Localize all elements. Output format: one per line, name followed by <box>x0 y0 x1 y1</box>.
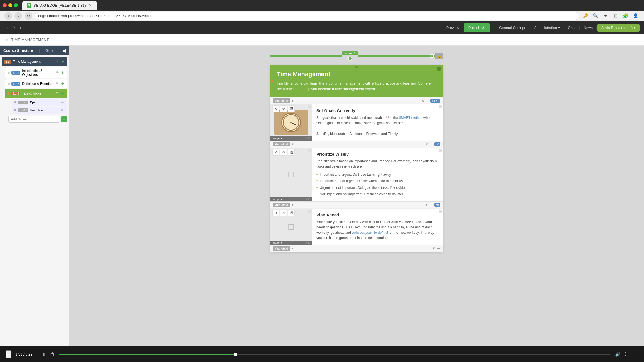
fullscreen-window-btn[interactable] <box>14 3 18 7</box>
tree-actions-intro: ✏ + <box>55 70 65 76</box>
block-img-plan: ✕ ↻ 🖼 □ Image ▾ ⚙ ⊡ <box>270 209 312 245</box>
img-refresh-plan[interactable]: ↻ <box>280 210 287 216</box>
edit-tips-sub-btn[interactable]: ✏ <box>60 100 65 105</box>
add-screen-input[interactable] <box>8 116 59 123</box>
prioritize-ctrl-settings[interactable]: ⚙ <box>426 203 429 207</box>
goals-ctrl-settings[interactable]: ⚙ <box>426 142 429 146</box>
img-refresh-btn[interactable]: ↻ <box>280 105 287 112</box>
smart-method-link[interactable]: SMART method <box>399 116 423 120</box>
play-button[interactable]: ▶ <box>6 350 11 358</box>
img-dropdown-plan[interactable]: ▾ <box>281 241 282 244</box>
img-bar-goals: Image ▾ ⚙ ⊡ <box>270 136 312 141</box>
preview-btn[interactable]: Preview <box>443 26 463 30</box>
goals-audiotext-dropdown[interactable]: ▾ <box>292 142 294 146</box>
prioritize-audiotext-dropdown[interactable]: ▾ <box>292 203 294 207</box>
plan-ctrl-settings[interactable]: ⚙ <box>433 247 436 250</box>
refresh-btn[interactable]: ↻ <box>25 12 32 20</box>
edit-intro-btn[interactable]: ✏ <box>55 70 60 76</box>
block-img-goals: ✕ ↻ 🖼 <box>270 104 312 141</box>
nav-forward-arrow[interactable]: › <box>18 24 23 32</box>
screenshot-icon[interactable]: ⊡ <box>612 12 619 20</box>
back-btn[interactable]: ‹ <box>4 12 12 20</box>
forward-btn[interactable]: › <box>14 12 22 20</box>
nav-home-btn[interactable]: ⌂ <box>11 24 17 32</box>
add-l1-btn[interactable]: + <box>61 59 65 64</box>
img-upload-btn[interactable]: 🖼 <box>288 105 295 112</box>
tree-item-tips-tricks[interactable]: 1.1.3 Tips & Tricks ✏ + <box>5 89 67 98</box>
trash-icon[interactable]: 🗑 <box>50 352 55 357</box>
img-settings-plan[interactable]: ⚙ <box>304 241 307 244</box>
img-refresh-prioritize[interactable]: ↻ <box>280 149 287 156</box>
add-screen-btn[interactable]: + <box>61 116 67 122</box>
add-def-btn[interactable]: + <box>60 81 65 86</box>
ctrl-dash[interactable]: — <box>426 99 429 103</box>
publish-btn[interactable]: Publish ⓘ <box>464 23 490 32</box>
fullscreen-icon[interactable]: ⛶ <box>625 352 630 357</box>
edit-tips-btn[interactable]: ✏ <box>55 91 60 96</box>
tree-item-more-tips[interactable]: 1.1.3.2 More Tips ✏ <box>12 107 67 114</box>
img-upload-plan[interactable]: 🖼 <box>288 210 295 216</box>
extensions-icon[interactable]: 🧩 <box>622 12 630 20</box>
general-settings-btn[interactable]: General Settings <box>496 26 529 30</box>
tree-actions-l1: ✏ + <box>55 59 65 64</box>
img-gear2-plan[interactable]: ⊡ <box>308 241 310 244</box>
news-btn[interactable]: News <box>580 26 596 30</box>
sidebar-collapse-btn[interactable]: ◀ <box>62 48 66 53</box>
img-delete-plan[interactable]: ✕ <box>272 210 279 216</box>
prioritize-ctrl-dash[interactable]: — <box>430 203 433 207</box>
img-delete-prioritize[interactable]: ✕ <box>272 149 279 156</box>
img-settings-goals[interactable]: ⚙ <box>304 137 307 140</box>
tree-item-tips-sub[interactable]: 1.1.3.1 Tips ✏ <box>12 99 67 106</box>
img-dropdown-prioritize[interactable]: ▾ <box>281 198 282 201</box>
prioritize-audiotext-controls: ⚙ — 56 <box>426 203 440 207</box>
administration-btn[interactable]: Administration ▾ <box>531 26 563 30</box>
tree-dot-tips <box>8 92 10 95</box>
tree-label-tips: Tips & Tricks <box>22 91 41 95</box>
plan-audiotext-controls: ⚙ — <box>433 247 440 250</box>
ctrl-settings[interactable]: ⚙ <box>422 99 425 103</box>
plan-audiotext-dropdown[interactable]: ▾ <box>292 247 294 250</box>
img-gear2-prioritize[interactable]: ⊡ <box>308 198 310 201</box>
edit-l1-btn[interactable]: ✏ <box>55 59 60 64</box>
edit-def-btn[interactable]: ✏ <box>55 81 60 86</box>
chat-btn[interactable]: Chat <box>565 26 579 30</box>
download-icon[interactable]: ⬇ <box>42 352 46 357</box>
tree-item-l1-time-management[interactable]: 1 1 Time Management ✏ + <box>2 57 67 66</box>
tree-label-def: Definition & Benefits <box>22 82 52 86</box>
img-delete-btn[interactable]: ✕ <box>272 105 279 112</box>
tree-item-intro[interactable]: 1.1.1 Introduction & Objectives ✏ + <box>5 67 67 78</box>
progress-lock: 🔒 <box>435 53 443 59</box>
audiotext-dropdown[interactable]: ▾ <box>292 99 294 103</box>
volume-icon[interactable]: 🔊 <box>615 352 621 357</box>
plan-ctrl-dash[interactable]: — <box>437 247 440 250</box>
goals-ctrl-dash[interactable]: — <box>430 142 433 146</box>
img-upload-prioritize[interactable]: 🖼 <box>288 149 295 156</box>
img-settings-prioritize[interactable]: ⚙ <box>304 198 307 201</box>
address-bar[interactable]: edge.shiftelearning.com/#!/courses/612e4… <box>35 12 579 20</box>
browser-tab-active[interactable]: S ShiftNG EDGE (RELEASE-1.31) ✕ <box>22 1 97 10</box>
content-block-prioritize: ✕ ↻ 🖼 □ Image ▾ ⚙ ⊡ <box>270 148 443 201</box>
img-dropdown-goals[interactable]: ▾ <box>281 137 282 140</box>
minimize-window-btn[interactable] <box>8 3 12 7</box>
user-menu-btn[interactable]: Silvia Rojas (demo) ▾ <box>597 24 640 32</box>
account-icon[interactable]: 👤 <box>632 12 640 20</box>
progress-dot <box>348 57 352 61</box>
nav-back-arrow[interactable]: ‹ <box>4 24 9 32</box>
seek-bar[interactable] <box>59 354 611 355</box>
more-options-icon[interactable]: ⋮ <box>634 352 638 357</box>
block-text-prioritize: Prioritize Wisely Prioritize tasks based… <box>312 148 443 201</box>
add-intro-btn[interactable]: + <box>60 70 65 76</box>
browser-search-icon[interactable]: 🔍 <box>592 12 599 20</box>
sidebar-goto-link[interactable]: Go to <box>45 49 54 53</box>
bookmark-icon[interactable]: ★ <box>602 12 609 20</box>
plan-audiotext-bar: Audiotext ▾ ⚙ — <box>270 245 443 252</box>
edit-more-tips-btn[interactable]: ✏ <box>60 108 65 112</box>
todo-list-link[interactable]: write out your "to-do" list <box>352 231 388 235</box>
tree-item-definition[interactable]: 1.1.2 Definition & Benefits ✏ + <box>5 79 67 88</box>
title-top-pin <box>355 66 358 68</box>
tab-close-btn[interactable]: ✕ <box>88 3 93 8</box>
new-tab-btn[interactable]: + <box>98 1 106 9</box>
close-window-btn[interactable] <box>3 3 7 7</box>
add-tips-btn[interactable]: + <box>60 91 65 96</box>
img-gear2-goals[interactable]: ⊡ <box>308 137 310 140</box>
